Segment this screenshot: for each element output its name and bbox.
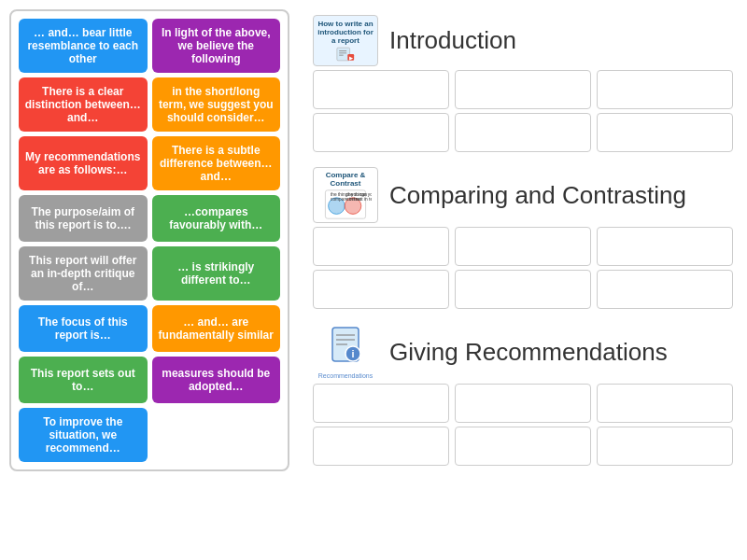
drag-item[interactable]: There is a clear distinction between… an… bbox=[19, 77, 148, 132]
introduction-title: Introduction bbox=[389, 26, 516, 55]
introduction-drop-row-0 bbox=[313, 70, 733, 109]
drop-box[interactable] bbox=[455, 270, 591, 309]
drag-item[interactable]: The focus of this report is… bbox=[19, 305, 148, 352]
drop-box[interactable] bbox=[313, 384, 449, 423]
drop-box[interactable] bbox=[455, 113, 591, 152]
section-block-comparing: Compare & Contrast the things you can co… bbox=[313, 161, 733, 313]
drag-item[interactable]: The purpose/aim of this report is to…. bbox=[19, 195, 148, 242]
drag-item[interactable]: This report will offer an in-depth criti… bbox=[19, 246, 148, 301]
drag-item[interactable]: To improve the situation, we recommend… bbox=[19, 408, 148, 462]
section-header-recommendations: i Recommendations Giving Recommendations bbox=[313, 324, 733, 380]
drop-box[interactable] bbox=[313, 270, 449, 309]
drop-box[interactable] bbox=[597, 227, 733, 266]
drop-box[interactable] bbox=[313, 113, 449, 152]
section-block-recommendations: i Recommendations Giving Recommendations bbox=[313, 318, 733, 469]
section-header-introduction: How to write an introduction for a repor… bbox=[313, 15, 733, 66]
recommendations-drop-row-1 bbox=[313, 427, 733, 466]
drop-box[interactable] bbox=[597, 270, 733, 309]
section-block-introduction: How to write an introduction for a repor… bbox=[313, 9, 733, 156]
drop-box[interactable] bbox=[597, 427, 733, 466]
drag-item[interactable]: … is strikingly different to… bbox=[152, 246, 281, 301]
drop-box[interactable] bbox=[455, 227, 591, 266]
drag-item[interactable]: measures should be adopted… bbox=[152, 357, 281, 403]
svg-text:contrast in text: contrast in text bbox=[347, 197, 372, 202]
drop-box[interactable] bbox=[455, 384, 591, 423]
drag-item[interactable]: in the short/long term, we suggest you s… bbox=[152, 77, 281, 132]
section-header-comparing: Compare & Contrast the things you can co… bbox=[313, 167, 733, 223]
drag-item[interactable]: In light of the above, we believe the fo… bbox=[152, 19, 281, 73]
comparing-drop-row-1 bbox=[313, 270, 733, 309]
drop-box[interactable] bbox=[313, 70, 449, 109]
drop-box[interactable] bbox=[597, 70, 733, 109]
drag-item[interactable]: …compares favourably with… bbox=[152, 195, 281, 242]
introduction-icon: How to write an introduction for a repor… bbox=[313, 15, 378, 66]
comparing-title: Comparing and Contrasting bbox=[389, 181, 686, 210]
drop-box[interactable] bbox=[313, 227, 449, 266]
comparing-drop-row-0 bbox=[313, 227, 733, 266]
comparing-icon: Compare & Contrast the things you can co… bbox=[313, 167, 378, 223]
left-panel: … and… bear little resemblance to each o… bbox=[0, 0, 299, 560]
right-panel: How to write an introduction for a repor… bbox=[299, 0, 747, 560]
introduction-drop-row-1 bbox=[313, 113, 733, 152]
drag-item[interactable]: My recommendations are as follows:… bbox=[19, 136, 148, 190]
drop-box[interactable] bbox=[597, 113, 733, 152]
drop-box[interactable] bbox=[313, 427, 449, 466]
drag-item[interactable]: … and… are fundamentally similar bbox=[152, 305, 281, 352]
recommendations-drop-row-0 bbox=[313, 384, 733, 423]
recommendations-icon: i Recommendations bbox=[313, 324, 378, 380]
drag-item[interactable]: … and… bear little resemblance to each o… bbox=[19, 19, 148, 73]
drag-item[interactable]: There is a subtle difference between… an… bbox=[152, 136, 281, 190]
drag-item[interactable]: This report sets out to… bbox=[19, 357, 148, 403]
drop-box[interactable] bbox=[455, 427, 591, 466]
drag-container: … and… bear little resemblance to each o… bbox=[9, 9, 289, 471]
recommendations-title: Giving Recommendations bbox=[389, 338, 668, 367]
drop-box[interactable] bbox=[455, 70, 591, 109]
svg-text:i: i bbox=[351, 348, 354, 359]
drop-box[interactable] bbox=[597, 384, 733, 423]
